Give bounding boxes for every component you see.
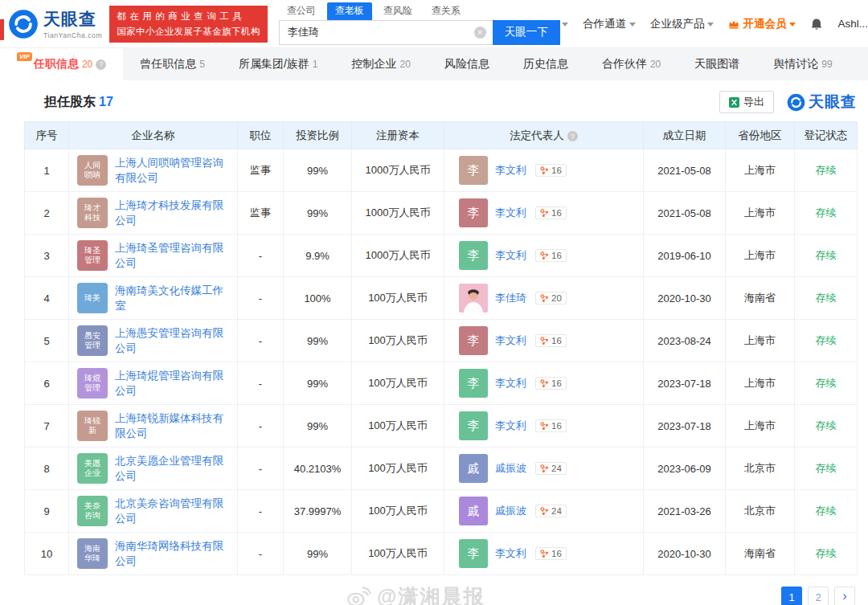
legal-rep-avatar: 戚	[459, 454, 488, 483]
table-row: 9 美奈咨询 北京美奈咨询管理有限公司 - 37.9997% 100万人民币 戚…	[25, 490, 858, 533]
legal-rep-link[interactable]: 李佳琦	[495, 291, 526, 305]
search-tab-4[interactable]: 查关系	[424, 2, 469, 20]
profile-tab-8[interactable]: 天眼图谱	[678, 48, 756, 80]
col-date: 成立日期	[644, 122, 726, 149]
capital-cell: 100万人民币	[352, 405, 444, 448]
legal-rep-avatar: 李	[459, 539, 488, 568]
status-badge: 存续	[816, 419, 837, 431]
legal-rep-link[interactable]: 李文利	[495, 546, 526, 561]
company-logo: 人间唢呐	[77, 155, 108, 186]
relation-graph-badge[interactable]: 16	[535, 419, 567, 432]
region-cell: 上海市	[726, 362, 795, 405]
date-cell: 2023-08-24	[644, 320, 726, 362]
relation-graph-badge[interactable]: 24	[535, 462, 567, 475]
row-index: 10	[41, 548, 52, 560]
legal-rep-link[interactable]: 李文利	[495, 333, 526, 348]
company-name-link[interactable]: 上海人间唢呐管理咨询有限公司	[115, 155, 231, 186]
position-cell: -	[238, 490, 284, 533]
position-cell: -	[238, 448, 284, 490]
page-1-button[interactable]: 1	[781, 587, 802, 605]
legal-rep-avatar: 李	[459, 411, 488, 440]
profile-tab-7[interactable]: 合作伙伴20	[585, 48, 678, 80]
nav-enterprise-products[interactable]: 企业级产品	[650, 17, 714, 31]
nav-open-membership[interactable]: 开通会员	[728, 17, 796, 31]
logo-swirl-icon	[787, 93, 805, 112]
clear-search-icon[interactable]: ×	[474, 27, 486, 39]
profile-tab-1[interactable]: VIP任职信息20?	[0, 48, 123, 80]
search-tab-3[interactable]: 查风险	[375, 2, 420, 20]
search-tab-2[interactable]: 查老板	[327, 2, 372, 20]
help-icon: ?	[96, 59, 106, 70]
profile-tab-2[interactable]: 曾任职信息5	[123, 48, 222, 80]
row-index: 1	[43, 165, 49, 177]
page-2-button[interactable]: 2	[808, 587, 829, 605]
position-cell: -	[238, 405, 284, 448]
legal-rep-link[interactable]: 李文利	[495, 248, 526, 263]
relation-graph-badge[interactable]: 16	[535, 249, 567, 262]
row-index: 4	[43, 292, 49, 305]
row-index: 7	[43, 420, 49, 432]
username[interactable]: Ashl...	[837, 18, 868, 30]
relation-graph-badge[interactable]: 16	[535, 547, 567, 560]
company-name-link[interactable]: 北京美奈咨询管理有限公司	[115, 496, 231, 526]
relation-graph-badge[interactable]: 16	[535, 334, 567, 347]
company-name-link[interactable]: 北京美愿企业管理有限公司	[115, 453, 231, 484]
relation-graph-badge[interactable]: 24	[535, 505, 567, 517]
legal-rep-avatar: 戚	[459, 497, 488, 525]
legal-rep-avatar	[459, 284, 488, 313]
legal-rep-avatar: 李	[459, 156, 488, 185]
export-button[interactable]: 导出	[719, 91, 774, 113]
profile-tab-3[interactable]: 所属集团/族群1	[222, 48, 335, 80]
legal-rep-link[interactable]: 李文利	[495, 376, 526, 390]
help-icon[interactable]: ?	[567, 131, 578, 141]
capital-cell: 100万人民币	[352, 533, 444, 575]
bell-icon[interactable]	[810, 18, 823, 31]
relation-graph-badge[interactable]: 20	[535, 292, 567, 305]
status-badge: 存续	[816, 334, 837, 346]
status-badge: 存续	[816, 164, 837, 176]
legal-rep-link[interactable]: 李文利	[495, 419, 526, 433]
status-badge: 存续	[816, 377, 837, 389]
col-index: 序号	[25, 122, 69, 149]
company-name-link[interactable]: 上海琦圣管理咨询有限公司	[115, 240, 231, 271]
search-input[interactable]	[279, 20, 493, 45]
company-name-link[interactable]: 海南华琦网络科技有限公司	[115, 538, 231, 569]
table-row: 8 美愿企业 北京美愿企业管理有限公司 - 40.2103% 100万人民币 戚…	[25, 448, 858, 490]
region-cell: 海南省	[726, 533, 795, 575]
tianyancha-logo[interactable]: 天眼查 TianYanCha.com	[8, 8, 102, 39]
search-tab-1[interactable]: 查公司	[279, 2, 324, 20]
status-badge: 存续	[816, 547, 837, 559]
nav-apps[interactable]: 应用	[560, 17, 568, 31]
nav-cooperation-channel[interactable]: 合作通道	[583, 17, 636, 31]
legal-rep-link[interactable]: 戚振波	[495, 461, 526, 476]
profile-tab-4[interactable]: 控制企业20	[335, 48, 428, 80]
company-name-link[interactable]: 上海愚安管理咨询有限公司	[115, 325, 231, 356]
profile-tab-bar: VIP任职信息20?曾任职信息5所属集团/族群1控制企业20风险信息历史信息合作…	[0, 48, 868, 80]
profile-tab-5[interactable]: 风险信息	[428, 48, 506, 80]
relation-graph-badge[interactable]: 16	[535, 164, 567, 177]
chevron-down-icon	[789, 22, 796, 27]
col-legal-rep: 法定代表人?	[444, 122, 644, 149]
capital-cell: 100万人民币	[352, 362, 444, 405]
relation-graph-badge[interactable]: 16	[535, 377, 567, 390]
graph-icon	[540, 337, 549, 345]
next-page-button[interactable]: ›	[834, 587, 855, 605]
capital-cell: 1000万人民币	[352, 235, 444, 277]
profile-tab-6[interactable]: 历史信息	[506, 48, 585, 80]
company-name-link[interactable]: 上海琦焜管理咨询有限公司	[115, 368, 231, 399]
legal-rep-link[interactable]: 李文利	[495, 163, 526, 178]
legal-rep-link[interactable]: 李文利	[495, 206, 526, 220]
company-name-link[interactable]: 海南琦美文化传媒工作室	[115, 283, 231, 313]
relation-graph-badge[interactable]: 16	[535, 206, 567, 219]
profile-tab-9[interactable]: 舆情讨论99	[756, 48, 849, 80]
company-name-link[interactable]: 上海琦才科技发展有限公司	[115, 198, 231, 228]
date-cell: 2023-06-09	[644, 448, 726, 490]
date-cell: 2023-07-18	[644, 362, 726, 405]
company-logo: 愚安管理	[77, 325, 108, 356]
region-cell: 上海市	[726, 235, 795, 277]
legal-rep-link[interactable]: 戚振波	[495, 504, 526, 518]
search-button[interactable]: 天眼一下	[493, 20, 560, 45]
company-name-link[interactable]: 上海琦锐新媒体科技有限公司	[115, 411, 231, 441]
col-status: 登记状态	[795, 122, 858, 149]
table-header-row: 序号 企业名称 职位 投资比例 注册资本 法定代表人? 成立日期 省份地区 登记…	[25, 122, 858, 149]
